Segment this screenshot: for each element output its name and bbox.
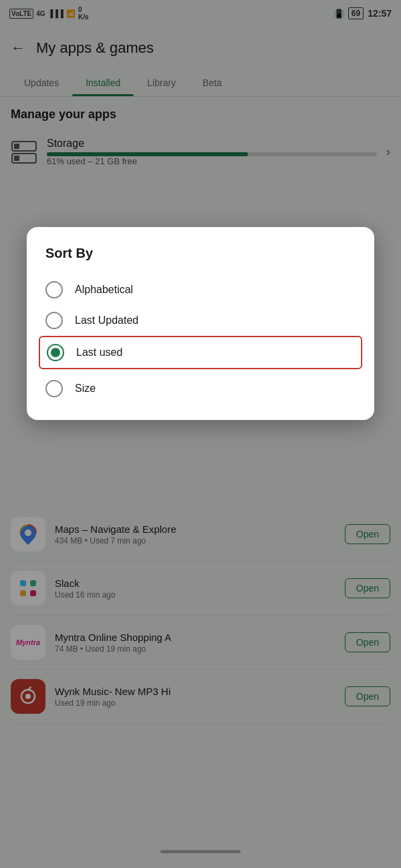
radio-alphabetical[interactable] bbox=[45, 281, 63, 298]
sort-label-alphabetical: Alphabetical bbox=[75, 284, 133, 296]
modal-overlay[interactable] bbox=[0, 0, 401, 868]
sort-option-last-updated[interactable]: Last Updated bbox=[45, 305, 356, 336]
sort-label-size: Size bbox=[75, 383, 96, 395]
sort-option-size[interactable]: Size bbox=[45, 373, 356, 404]
radio-size[interactable] bbox=[45, 380, 63, 397]
radio-last-updated[interactable] bbox=[45, 312, 63, 329]
sort-label-last-updated: Last Updated bbox=[75, 314, 138, 327]
dialog-title: Sort By bbox=[45, 246, 356, 261]
sort-by-dialog: Sort By Alphabetical Last Updated Last u… bbox=[27, 227, 374, 420]
radio-last-used[interactable] bbox=[47, 344, 64, 361]
sort-label-last-used: Last used bbox=[76, 347, 122, 359]
sort-option-alphabetical[interactable]: Alphabetical bbox=[45, 274, 356, 305]
sort-option-last-used[interactable]: Last used bbox=[39, 336, 362, 369]
